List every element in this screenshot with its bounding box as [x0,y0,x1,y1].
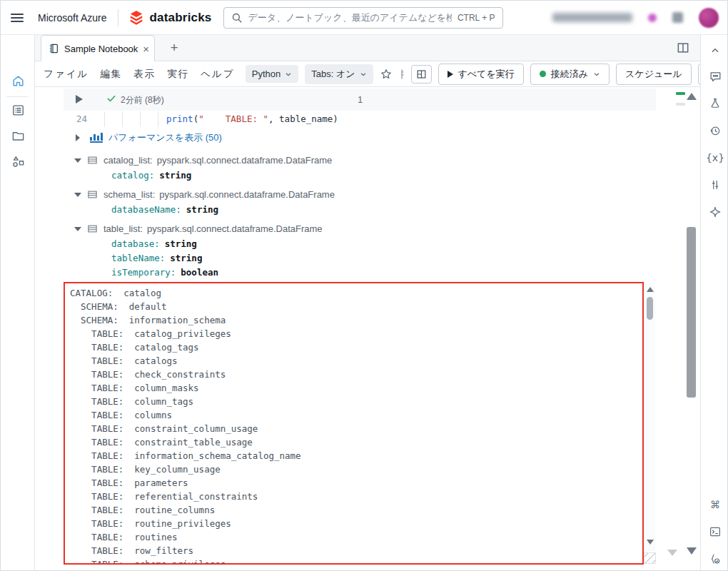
hamburger-menu-icon[interactable] [11,14,24,22]
workspace-name-redacted[interactable] [552,13,632,22]
shortcuts-command-icon[interactable]: ⌘ [708,497,722,512]
menu-item[interactable]: 編集 [100,68,122,81]
layout-grid-button[interactable] [411,65,432,84]
help-icon-redacted[interactable] [672,12,683,23]
notebook-scroll-up-arrow-icon[interactable] [687,93,697,100]
collapse-triangle-icon[interactable] [74,158,81,163]
dataframe-header[interactable]: table_list: pyspark.sql.connect.datafram… [74,221,645,236]
favorite-star-icon[interactable] [380,68,393,81]
cell-index: 1 [358,94,363,105]
scrollbar-thumb[interactable] [647,297,653,320]
dataframe-header[interactable]: schema_list: pyspark.sql.connect.datafra… [74,187,645,202]
top-bar: Microsoft Azure databricks CTRL + P [1,1,728,35]
menu-item[interactable]: 表示 [133,68,156,81]
collapse-panel-chevron-up-icon[interactable] [708,44,722,58]
schedule-button[interactable]: スケジュール [616,64,692,85]
scroll-up-arrow-icon[interactable] [647,287,654,292]
tabs-toggle[interactable]: Tabs: オン [305,64,373,84]
success-check-icon [106,94,116,103]
chevron-down-icon [593,71,600,78]
sidebar-divider [6,96,29,97]
home-icon[interactable] [11,74,25,88]
global-search[interactable]: CTRL + P [223,7,503,29]
databricks-logo-icon [128,9,144,26]
databricks-logo[interactable]: databricks [128,9,211,26]
chevron-down-icon [285,71,292,78]
search-icon [231,12,243,24]
code-editor-line[interactable]: 24 print(" TABLE: ", table_name) [64,111,656,128]
performance-row: パフォーマンスを表示 (50) [64,130,656,146]
collapse-triangle-icon[interactable] [74,193,81,197]
tabs-toggle-label: Tabs: オン [311,68,355,81]
menu-item[interactable]: 実行 [167,68,189,81]
menu-item[interactable]: ヘルプ [201,68,234,81]
azure-label: Microsoft Azure [38,12,106,24]
notification-dot-redacted[interactable] [648,14,657,22]
scroll-down-arrow-icon[interactable] [647,540,654,545]
console-line: TABLE: key_column_usage [70,463,642,476]
menu-item[interactable]: ファイル [44,68,89,81]
console-line: TABLE: catalog_tags [70,340,642,354]
run-all-label: すべてを実行 [458,68,515,81]
schema-field: databaseName: string [111,202,645,216]
schema-field: catalog: string [111,168,645,182]
notebook-scrollbar-thumb[interactable] [687,227,696,398]
console-line: CATALOG: catalog [70,286,642,300]
dataframe-type: pyspark.sql.connect.dataframe.DataFrame [157,155,333,166]
schema-field: tableName: string [111,251,645,265]
indent-guide [158,111,158,127]
notebook-toolbar: ファイル編集表示実行ヘルプ Python Tabs: オン [35,61,700,87]
expand-chevron-right-icon[interactable] [76,134,80,141]
console-line: TABLE: routine_privileges [70,517,642,530]
console-line: TABLE: routine_columns [70,503,642,517]
line-number: 24 [76,111,87,128]
console-line: TABLE: column_masks [70,381,642,395]
experiments-flask-icon[interactable] [708,96,722,111]
comments-icon[interactable] [708,69,722,84]
bar-chart-icon [90,133,103,143]
workflows-icon[interactable] [11,154,25,168]
cell-run-status: 2分前 (8秒) [121,94,164,106]
console-line: TABLE: constraint_table_usage [70,435,642,449]
console-line: TABLE: columns [70,408,642,422]
output-scrollbar[interactable] [645,284,655,551]
console-output[interactable]: CATALOG: catalog SCHEMA: default SCHEMA:… [64,282,644,565]
dataframe-header[interactable]: catalog_list: pyspark.sql.connect.datafr… [74,153,645,168]
tab-sample-notebook[interactable]: Sample Notebook × [41,35,155,61]
cell-run-icon[interactable] [76,95,83,103]
schema-field: database: string [111,236,645,251]
dataframe-name: catalog_list: [103,155,153,166]
tab-close-icon[interactable]: × [143,44,149,54]
console-line: TABLE: information_schema_catalog_name [70,449,642,463]
notebook-scroll-down-arrow-icon[interactable] [687,547,697,555]
collapse-triangle-icon[interactable] [74,227,81,231]
dataframe-block: catalog_list: pyspark.sql.connect.datafr… [74,153,645,182]
new-tab-button[interactable]: + [165,39,183,57]
version-history-icon[interactable] [708,123,722,138]
variables-braces-icon[interactable]: {x} [708,151,722,165]
lint-brace-check-icon[interactable] [708,552,722,566]
run-all-button[interactable]: すべてを実行 [438,64,524,85]
performance-link[interactable]: パフォーマンスを表示 (50) [108,131,222,144]
dataframe-results: catalog_list: pyspark.sql.connect.datafr… [74,153,645,284]
console-line: TABLE: routines [70,530,642,544]
settings-sliders-icon[interactable] [708,178,722,192]
language-selector[interactable]: Python [246,65,298,83]
console-line: TABLE: parameters [70,476,642,490]
databricks-workspace-window: Microsoft Azure databricks CTRL + P [0,0,728,571]
cluster-connect-button[interactable]: 接続済み [530,64,610,85]
language-label: Python [252,69,280,79]
search-input[interactable] [248,12,452,23]
workspace-list-icon[interactable] [11,103,25,117]
tab-title: Sample Notebook [64,44,138,54]
console-line: SCHEMA: information_schema [70,313,642,327]
terminal-icon[interactable] [708,525,722,539]
assistant-sparkle-icon[interactable] [708,205,722,219]
minimap-success-mark [676,92,685,95]
user-avatar[interactable] [699,8,719,28]
output-resize-handle[interactable] [644,552,656,564]
topbar-divider [118,9,118,26]
folder-icon[interactable] [11,128,25,143]
output-scroll-down-arrow-icon[interactable] [667,550,677,556]
split-view-icon[interactable] [676,41,690,55]
